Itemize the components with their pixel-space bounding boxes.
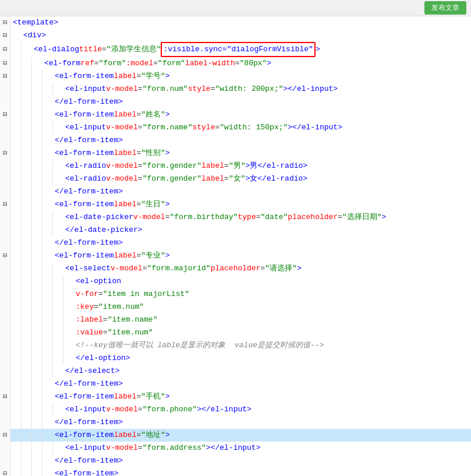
attr-value-str-token: "请选择" bbox=[265, 262, 297, 275]
attr-name-token: style bbox=[192, 121, 215, 134]
code-content: <el-option bbox=[73, 275, 471, 288]
gutter-icon[interactable]: ⊟ bbox=[0, 42, 10, 57]
gutter-icon[interactable]: ⊟ bbox=[0, 429, 10, 442]
indent-guides bbox=[10, 147, 52, 160]
text-token: = bbox=[103, 313, 108, 326]
code-content: <template> bbox=[10, 16, 471, 29]
text-token: = bbox=[143, 262, 147, 275]
tag-token: ></el-input> bbox=[197, 403, 252, 416]
dynamic-attr-token: v-model bbox=[106, 442, 138, 454]
code-line: v-for="item in majorList" bbox=[0, 288, 471, 301]
gutter-icon[interactable]: ⊟ bbox=[0, 390, 10, 403]
indent-guides bbox=[10, 185, 52, 198]
code-content: <el-dialog title="添加学生信息" :visible.sync=… bbox=[31, 42, 471, 57]
attr-name-token: label bbox=[201, 160, 224, 172]
indent-guides bbox=[10, 352, 73, 365]
indent-guides bbox=[10, 301, 73, 313]
code-content: <el-date-picker v-model="form.birthday" … bbox=[63, 211, 471, 224]
text-token: = bbox=[224, 172, 229, 185]
gutter-icon[interactable]: ⊟ bbox=[0, 57, 10, 70]
gutter-icon[interactable]: ⊟ bbox=[0, 467, 10, 476]
indent-guides bbox=[10, 288, 73, 301]
gutter-icon bbox=[0, 403, 10, 416]
gutter-icon bbox=[0, 378, 10, 390]
code-line: ⊟<el-form ref="form" :model="form" label… bbox=[0, 57, 471, 70]
code-content: <el-form-item label="性别"> bbox=[52, 147, 471, 160]
gutter-icon[interactable]: ⊟ bbox=[0, 16, 10, 29]
tag-token: <el-radio bbox=[65, 160, 106, 172]
code-line: ⊟<el-form-item label="姓名"> bbox=[0, 108, 471, 121]
tag-token: <el-dialog bbox=[34, 43, 79, 56]
indent-guides bbox=[10, 134, 52, 147]
attr-value-str-token: "form.num" bbox=[143, 83, 188, 96]
gutter-icon bbox=[0, 211, 10, 224]
tag-token: </el-form-item> bbox=[55, 96, 123, 108]
tag-token: > bbox=[165, 147, 170, 160]
text-token: = bbox=[338, 211, 342, 224]
gutter-icon bbox=[0, 83, 10, 96]
code-content: <el-form-item label="学号"> bbox=[52, 70, 471, 83]
code-content: <el-select v-model="form.majorid" placeh… bbox=[63, 262, 471, 275]
attr-value-str-token: "学号" bbox=[141, 70, 165, 83]
code-line: <el-option bbox=[0, 275, 471, 288]
attr-name-token: label bbox=[114, 249, 136, 262]
gutter-icon[interactable]: ⊟ bbox=[0, 249, 10, 262]
tag-token: > bbox=[165, 108, 170, 121]
code-content: <el-input v-model="form.name" style="wid… bbox=[63, 121, 471, 134]
dynamic-attr-token: :model bbox=[126, 57, 153, 70]
code-content: <el-radio v-model="form.gender" label="女… bbox=[63, 172, 471, 185]
gutter-icon[interactable]: ⊟ bbox=[0, 70, 10, 83]
indent-guides bbox=[10, 29, 21, 42]
tag-token: <el-input bbox=[65, 121, 106, 134]
tag-token: <el-form-item bbox=[55, 429, 114, 442]
code-content: </el-date-picker> bbox=[63, 224, 471, 237]
tag-token: </el-select> bbox=[65, 365, 120, 378]
top-bar: 发布文章 bbox=[0, 0, 471, 16]
attr-value-str-token: "width: 150px;" bbox=[219, 121, 288, 134]
tag-token: <el-input bbox=[65, 83, 106, 96]
attr-value-str-token: "专业" bbox=[141, 249, 165, 262]
code-line: :value="item.num" bbox=[0, 326, 471, 339]
gutter-icon bbox=[0, 416, 10, 429]
tag-token: > bbox=[316, 43, 320, 56]
tag-token: > bbox=[165, 390, 170, 403]
indent-guides bbox=[10, 121, 63, 134]
attr-value-str-token: "item.name" bbox=[108, 313, 158, 326]
gutter-icon bbox=[0, 237, 10, 249]
indent-guides bbox=[10, 378, 52, 390]
text-token: = bbox=[136, 70, 141, 83]
gutter-icon bbox=[0, 262, 10, 275]
code-line: </el-form-item> bbox=[0, 454, 471, 467]
publish-button[interactable]: 发布文章 bbox=[424, 1, 466, 15]
code-line: <el-radio v-model="form.gender" label="女… bbox=[0, 172, 471, 185]
tag-token: >女</el-radio> bbox=[246, 172, 308, 185]
gutter-icon bbox=[0, 160, 10, 172]
attr-value-str-token: "item in majorList" bbox=[103, 288, 189, 301]
code-line: <el-input v-model="form.num" style="widt… bbox=[0, 83, 471, 96]
gutter-icon bbox=[0, 185, 10, 198]
tag-token: <el-form-item bbox=[55, 108, 114, 121]
text-token: = bbox=[138, 442, 143, 454]
code-area: ⊟<template>⊟<div>⊟<el-dialog title="添加学生… bbox=[0, 16, 471, 476]
text-token: = bbox=[103, 326, 108, 339]
gutter-icon[interactable]: ⊟ bbox=[0, 108, 10, 121]
tag-token: <el-option bbox=[76, 275, 121, 288]
indent-guides bbox=[10, 429, 52, 442]
gutter-icon bbox=[0, 172, 10, 185]
tag-token: </el-form-item> bbox=[55, 134, 123, 147]
tag-token: <el-input bbox=[65, 403, 106, 416]
code-line: </el-form-item> bbox=[0, 378, 471, 390]
attr-name-token: label bbox=[114, 108, 136, 121]
gutter-icon bbox=[0, 288, 10, 301]
code-line: </el-form-item> bbox=[0, 237, 471, 249]
text-token: = bbox=[138, 121, 143, 134]
tag-token: <el-form-item> bbox=[55, 467, 118, 476]
tag-token: <el-form-item bbox=[55, 147, 114, 160]
gutter-icon[interactable]: ⊟ bbox=[0, 198, 10, 211]
tag-token: ></el-input> bbox=[288, 121, 342, 134]
gutter-icon[interactable]: ⊟ bbox=[0, 147, 10, 160]
code-content: <el-form-item label="生日"> bbox=[52, 198, 471, 211]
tag-token: > bbox=[165, 429, 170, 442]
gutter-icon[interactable]: ⊟ bbox=[0, 29, 10, 42]
attr-name-token: ref bbox=[80, 57, 94, 70]
